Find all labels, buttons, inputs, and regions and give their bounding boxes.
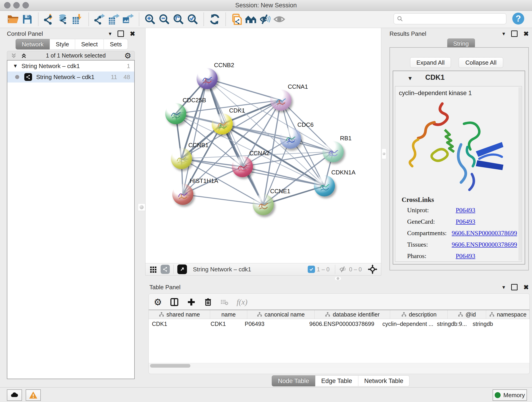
save-session-button[interactable] [20,12,34,26]
table-cell[interactable]: CDK1 [207,321,241,327]
tab-network[interactable]: Network [16,39,50,50]
import-table-from-file-button[interactable] [70,12,85,26]
show-columns-icon[interactable] [170,298,179,307]
zoom-out-button[interactable] [157,12,171,26]
collapse-all-networks-icon[interactable] [10,52,17,59]
node-CDC25B[interactable] [165,103,186,124]
tab-network-table[interactable]: Network Table [358,375,410,386]
table-panel-float-icon[interactable] [511,284,518,290]
results-panel-float-icon[interactable] [511,31,518,37]
selected-checkbox-icon[interactable] [308,266,315,273]
node-RB1[interactable] [323,141,344,162]
network-edge-count: 48 [123,74,130,81]
crosslink-link[interactable]: P06493 [456,252,475,260]
export-network-button[interactable] [93,12,107,26]
memory-button[interactable]: Memory [493,389,527,401]
column-header-description[interactable]: description [390,310,447,319]
network-options-gear-icon[interactable]: ⚙ [124,51,131,60]
help-button[interactable]: ? [512,13,524,25]
table-cell[interactable]: stringdb [469,321,510,327]
network-badge-icon[interactable] [161,265,170,274]
results-panel-menu-icon[interactable]: ▾ [502,31,505,37]
column-header-@id[interactable]: @id [448,310,486,319]
column-header-namespace[interactable]: namespace [486,310,530,319]
table-cell[interactable]: P06493 [241,321,306,327]
right-splitter-handle[interactable] [382,148,386,159]
node-CDKN1A[interactable] [314,175,335,196]
new-network-from-selection-button[interactable] [230,12,244,26]
network-row[interactable]: String Network – cdk1 11 48 [7,71,134,83]
left-splitter-handle[interactable] [138,204,145,211]
table-options-gear-icon[interactable]: ⚙ [154,297,162,307]
tab-node-table[interactable]: Node Table [272,375,315,386]
zoom-in-button[interactable] [143,12,157,26]
column-header-shared-name[interactable]: shared name [149,310,210,319]
hidden-eye-icon[interactable] [339,265,347,274]
scrollbar-thumb[interactable] [150,364,190,368]
crosslink-label: Uniprot: [407,206,456,214]
export-image-button[interactable] [121,12,135,26]
table-cell[interactable]: stringdb:9... [434,321,469,327]
node-CDC6[interactable] [280,128,301,149]
collapse-all-button[interactable]: Collapse All [459,57,503,68]
node-CDK1[interactable] [212,114,233,134]
crosslink-link[interactable]: P06493 [456,206,475,214]
column-header-canonical-name[interactable]: canonical name [247,310,315,319]
table-cell[interactable]: cyclin–dependent ... [379,321,434,327]
control-panel-close-icon[interactable]: ✖ [130,30,135,38]
table-row[interactable]: CDK1CDK1P064939606.ENSP00000378699cyclin… [149,319,530,329]
delete-column-trash-icon[interactable] [204,298,212,306]
tab-select[interactable]: Select [75,39,104,50]
results-panel-close-icon[interactable]: ✖ [524,30,529,38]
import-network-from-file-button[interactable] [42,12,56,26]
hide-selected-button[interactable] [258,12,272,26]
birds-eye-view-icon[interactable] [177,264,187,274]
protein-ribbon-icon [316,179,332,194]
tab-sets[interactable]: Sets [104,39,128,50]
zoom-fit-button[interactable] [171,12,186,26]
grid-view-icon[interactable] [149,265,157,274]
crosslink-link[interactable]: 9606.ENSP00000378699 [452,230,517,237]
table-cell[interactable]: CDK1 [149,321,207,327]
zoom-selected-button[interactable] [186,12,200,26]
node-CCNB2[interactable] [196,68,218,89]
search-input[interactable] [404,15,506,22]
table-horizontal-scrollbar[interactable] [149,363,530,368]
string-protein-query-button[interactable] [244,12,258,26]
network-collection-row[interactable]: ▼ String Network – cdk1 1 [7,61,134,71]
results-scrollbar[interactable] [519,87,521,261]
export-table-button[interactable] [107,12,121,26]
table-panel-menu-icon[interactable]: ▾ [502,284,505,290]
horizontal-splitter-handle[interactable] [335,277,341,280]
node-CCNA1[interactable] [270,89,291,111]
collection-expand-icon[interactable]: ▼ [13,63,18,69]
control-panel-float-icon[interactable] [118,31,124,37]
control-panel-header: Control Panel ▾ ✖ [7,30,135,38]
crosslinks-title: CrossLinks [402,196,434,204]
table-cell[interactable]: 9606.ENSP00000378699 [306,321,379,327]
column-header-database-identifier[interactable]: database identifier [315,310,390,319]
open-session-button[interactable] [6,12,20,26]
tab-edge-table[interactable]: Edge Table [315,375,358,386]
control-panel-menu-icon[interactable]: ▾ [109,31,111,37]
column-header-name[interactable]: name [210,310,247,319]
apply-layout-button[interactable] [208,12,222,26]
expand-all-networks-icon[interactable] [20,52,27,59]
node-CCNE1[interactable] [253,194,274,215]
crosslink-link[interactable]: 9606.ENSP00000378699 [452,241,517,248]
crosslink-link[interactable]: P06493 [456,218,475,225]
node-CCNA2[interactable] [232,156,253,177]
import-network-from-database-button[interactable] [56,12,70,26]
create-column-icon[interactable] [187,298,196,307]
cloud-status-button[interactable] [7,389,22,401]
show-all-button[interactable] [272,12,286,26]
tab-style[interactable]: Style [50,39,75,50]
warning-status-button[interactable] [26,389,41,401]
node-CCNB1[interactable] [171,148,192,169]
network-canvas[interactable]: CCNB2 CCNA1 CDC25B CDK1 CDC6 RB1 CCNB1 C… [145,28,381,263]
expand-all-button[interactable]: Expand All [410,57,451,68]
pan-crosshair-icon[interactable] [368,264,377,274]
node-HIST1H1A[interactable] [172,184,193,205]
table-panel-close-icon[interactable]: ✖ [524,283,529,291]
cdk1-collapse-icon[interactable]: ▼ [407,75,413,82]
